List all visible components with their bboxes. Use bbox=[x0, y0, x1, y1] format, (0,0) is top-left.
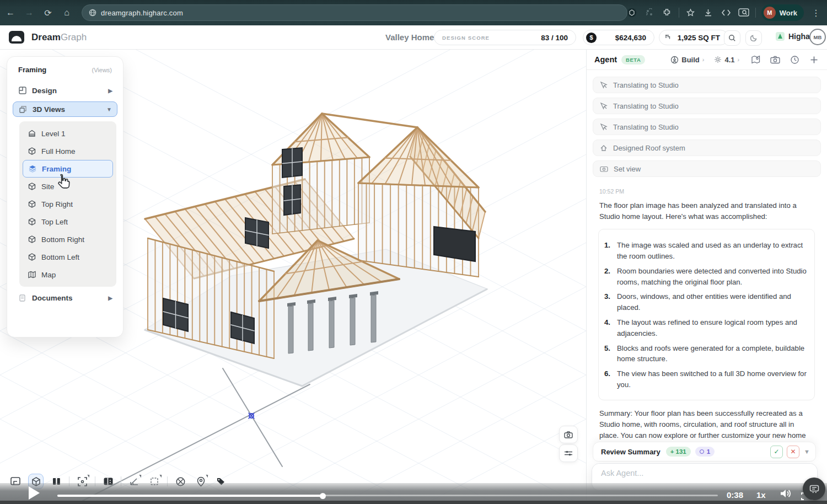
views-sidebar: Framing (Views) Design ▶ 3D Views ▼ Leve… bbox=[7, 56, 123, 337]
view-item-label: Site bbox=[41, 183, 54, 191]
action-card[interactable]: Designed Roof system bbox=[593, 140, 821, 156]
download-icon[interactable] bbox=[702, 7, 715, 19]
view-item-label: Top Right bbox=[41, 200, 73, 208]
dreamgraph-app: ← → ⟳ ⌂ dreamgraph.higharc.com M Work ⋮ bbox=[0, 0, 827, 504]
video-control-bar bbox=[0, 483, 827, 501]
documents-icon bbox=[18, 293, 27, 303]
view-item-label: Full Home bbox=[41, 147, 76, 156]
action-card[interactable]: Translating to Studio bbox=[593, 98, 821, 114]
dollar-icon: $ bbox=[586, 33, 597, 43]
approve-button[interactable]: ✓ bbox=[770, 446, 783, 458]
video-progress-track[interactable] bbox=[57, 495, 718, 496]
divider bbox=[755, 8, 756, 18]
playback-speed[interactable]: 1x bbox=[756, 490, 766, 500]
translate-cursor-icon bbox=[600, 102, 608, 110]
view-item-label: Map bbox=[41, 271, 56, 279]
play-button[interactable] bbox=[29, 486, 40, 500]
extension-dim-icon[interactable] bbox=[643, 7, 656, 19]
video-bar-base bbox=[0, 501, 827, 504]
view-item-level-1[interactable]: Level 1 bbox=[23, 125, 113, 142]
dreamgraph-logo[interactable] bbox=[9, 31, 24, 44]
chevron-right-icon: › bbox=[702, 56, 705, 63]
reject-button[interactable]: ✕ bbox=[787, 446, 799, 458]
cube-icon bbox=[27, 147, 36, 156]
user-avatar[interactable]: MB bbox=[809, 29, 826, 45]
view-settings-button[interactable] bbox=[559, 444, 578, 462]
app-header: DreamGraph Valley Home DESIGN SCORE 83 /… bbox=[0, 25, 827, 50]
extensions-puzzle-icon[interactable] bbox=[661, 7, 673, 19]
section-label: 3D Views bbox=[33, 105, 65, 114]
design-score-pill[interactable]: DESIGN SCORE 83 / 100 bbox=[434, 30, 576, 45]
price-pill[interactable]: $ $624,630 bbox=[583, 30, 654, 45]
profile-label: Work bbox=[780, 9, 797, 17]
capture-extension-badge[interactable] bbox=[803, 478, 825, 500]
sidebar-section-3d-views[interactable]: 3D Views ▼ bbox=[13, 101, 117, 117]
layers-icon bbox=[28, 164, 37, 174]
action-card[interactable]: Translating to Studio bbox=[593, 77, 821, 93]
volume-icon[interactable] bbox=[780, 489, 793, 501]
sidebar-title: Framing bbox=[18, 66, 46, 74]
mode-selector[interactable]: Build › bbox=[670, 56, 704, 64]
action-card-label: Translating to Studio bbox=[613, 102, 679, 110]
chevron-down-icon[interactable]: ▼ bbox=[804, 448, 810, 455]
model-selector[interactable]: 4.1 › bbox=[714, 56, 739, 64]
home-icon[interactable]: ⌂ bbox=[58, 4, 75, 21]
build-icon bbox=[670, 56, 679, 64]
section-label: Design bbox=[32, 87, 57, 95]
cube-icon bbox=[27, 200, 36, 209]
forward-icon[interactable]: → bbox=[21, 4, 37, 21]
agent-header: Agent BETA Build › 4.1 › bbox=[587, 50, 827, 70]
sidebar-section-design[interactable]: Design ▶ bbox=[13, 83, 117, 98]
capture-icon bbox=[809, 484, 820, 494]
roof-icon bbox=[600, 144, 608, 152]
view-item-full-home[interactable]: Full Home bbox=[23, 142, 113, 160]
view-item-bottom-right[interactable]: Bottom Right bbox=[23, 230, 113, 248]
view-item-label: Bottom Left bbox=[41, 253, 79, 261]
browser-profile-chip[interactable]: M Work bbox=[761, 4, 804, 21]
chevron-right-icon: › bbox=[738, 56, 740, 63]
reload-icon[interactable]: ⟳ bbox=[40, 4, 56, 21]
action-card[interactable]: Set view bbox=[593, 160, 821, 177]
action-card-label: Designed Roof system bbox=[613, 144, 685, 152]
sidebar-section-documents[interactable]: Documents ▶ bbox=[13, 290, 117, 305]
divider bbox=[679, 8, 679, 18]
camera-icon[interactable] bbox=[770, 54, 781, 65]
review-summary-bar: Review Summary + 131 1 ✓ ✕ ▼ bbox=[593, 442, 816, 462]
video-time: 0:38 bbox=[727, 490, 743, 500]
url-bar[interactable]: dreamgraph.higharc.com bbox=[82, 4, 627, 21]
section-label: Documents bbox=[32, 294, 73, 302]
view-item-top-left[interactable]: Top Left bbox=[23, 213, 113, 230]
agent-action-cards: Translating to Studio Translating to Stu… bbox=[587, 70, 827, 183]
video-progress-knob[interactable] bbox=[320, 493, 326, 499]
bookmark-star-icon[interactable] bbox=[685, 7, 697, 19]
translate-cursor-icon bbox=[600, 81, 608, 89]
extension-badge-icon[interactable] bbox=[626, 7, 638, 19]
agent-message-intro: The floor plan image has been analyzed a… bbox=[587, 195, 827, 222]
map-view-icon[interactable] bbox=[750, 54, 761, 65]
higharc-logo-icon bbox=[776, 32, 785, 41]
history-icon[interactable] bbox=[789, 54, 800, 65]
camera-icon bbox=[564, 431, 573, 438]
project-name[interactable]: Valley Home bbox=[385, 33, 434, 42]
price-value: $624,630 bbox=[615, 34, 646, 42]
video-progress-played bbox=[57, 495, 323, 497]
sidebar-subtitle: (Views) bbox=[92, 67, 112, 73]
theme-toggle-button[interactable] bbox=[745, 30, 762, 46]
new-chat-plus-icon[interactable] bbox=[808, 54, 819, 65]
devtools-code-icon[interactable] bbox=[720, 7, 732, 19]
snapshot-button[interactable] bbox=[559, 426, 578, 443]
map-icon bbox=[27, 270, 36, 280]
3d-views-icon bbox=[18, 105, 28, 114]
message-timestamp: 10:52 PM bbox=[587, 183, 827, 195]
area-pill[interactable]: 1,925 SQ FT bbox=[659, 30, 728, 45]
back-icon[interactable]: ← bbox=[2, 4, 19, 21]
view-item-top-right[interactable]: Top Right bbox=[23, 195, 113, 213]
moon-icon bbox=[750, 34, 758, 42]
search-icon bbox=[728, 34, 736, 42]
tab-search-icon[interactable] bbox=[738, 7, 750, 19]
browser-menu-icon[interactable]: ⋮ bbox=[809, 8, 823, 18]
view-item-bottom-left[interactable]: Bottom Left bbox=[23, 248, 113, 266]
action-card[interactable]: Translating to Studio bbox=[593, 119, 821, 135]
search-button[interactable] bbox=[724, 30, 740, 46]
view-item-map[interactable]: Map bbox=[23, 266, 113, 283]
